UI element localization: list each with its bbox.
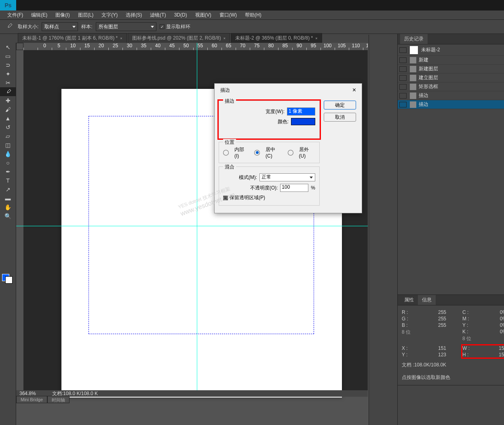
wand-tool[interactable]: ✦: [0, 69, 16, 78]
menu-image[interactable]: 图像(I): [52, 11, 73, 19]
color-swatch[interactable]: [291, 118, 315, 125]
hand-tool[interactable]: ✋: [0, 203, 16, 212]
properties-tab[interactable]: 属性: [400, 295, 418, 305]
doc-size-info: 文档 :108.0K/108.0K: [402, 362, 500, 368]
document-tab-1[interactable]: 未标题-1 @ 1760% (图层 1 副本 6, RGB/8) *×: [18, 33, 127, 43]
color-label: 颜色:: [278, 118, 289, 125]
snapshot-thumbnail-icon: [410, 46, 418, 54]
mini-bridge-tab[interactable]: Mini Bridge: [16, 396, 47, 403]
gradient-tool[interactable]: ◫: [0, 141, 16, 149]
opacity-input[interactable]: 100: [280, 184, 308, 192]
size-wh: W :152 H :152: [462, 345, 504, 358]
path-tool[interactable]: ↗: [0, 185, 16, 194]
background-color[interactable]: [5, 276, 13, 284]
cancel-button[interactable]: 取消: [324, 113, 356, 122]
ok-button[interactable]: 确定: [324, 101, 356, 109]
right-panels: 历史记录 未标题-2 新建 新建图层 建立图层 矩形选框 描边 描边 属性 信息…: [397, 34, 504, 425]
heal-tool[interactable]: ✚: [0, 96, 16, 105]
radio-outside-label: 居外(U): [299, 146, 316, 159]
sample-size-dropdown[interactable]: 取样点: [42, 22, 78, 31]
ruler-vertical[interactable]: [16, 50, 23, 391]
text-tool[interactable]: T: [0, 176, 16, 185]
close-button[interactable]: ×: [352, 86, 356, 94]
menu-bar: 文件(F) 编辑(E) 图像(I) 图层(L) 文字(Y) 选择(S) 滤镜(T…: [0, 11, 504, 19]
eyedropper-tool[interactable]: [0, 87, 16, 96]
history-brush-tool[interactable]: ↺: [0, 123, 16, 132]
menu-filter[interactable]: 滤镜(T): [147, 11, 169, 19]
group-label: 混合: [223, 164, 236, 170]
menu-3d[interactable]: 3D(D): [171, 11, 190, 19]
menu-view[interactable]: 视图(V): [192, 11, 215, 19]
close-icon[interactable]: ×: [224, 36, 226, 40]
radio-center-label: 居中(C): [266, 146, 282, 159]
menu-window[interactable]: 窗口(W): [216, 11, 240, 19]
blending-group: 混合 模式(M): 正常 不透明度(O): 100 % 保留透明区域(P): [219, 166, 320, 206]
position-xy: X :151 Y :123: [402, 345, 446, 358]
menu-edit[interactable]: 编辑(E): [28, 11, 51, 19]
footer-tabs: Mini Bridge 时间轴: [16, 396, 70, 403]
dialog-title-label: 描边: [220, 87, 230, 94]
close-icon[interactable]: ×: [315, 36, 317, 40]
width-label: 宽度(W):: [266, 108, 285, 115]
color-swatches[interactable]: [2, 274, 13, 284]
stamp-tool[interactable]: ▲: [0, 114, 16, 123]
show-sampling-ring-checkbox[interactable]: ✓ 显示取样环: [160, 23, 190, 30]
crop-tool[interactable]: ✂: [0, 78, 16, 87]
zoom-field[interactable]: 364.8%: [19, 391, 36, 396]
menu-file[interactable]: 文件(F): [4, 11, 26, 19]
history-step[interactable]: 矩形选框: [398, 82, 504, 91]
sample-dropdown[interactable]: 所有图层: [96, 22, 156, 31]
options-bar: 取样大小: 取样点 样本: 所有图层 ✓ 显示取样环: [0, 19, 504, 34]
preserve-checkbox[interactable]: [223, 196, 228, 200]
zoom-tool[interactable]: 🔍: [0, 212, 16, 221]
history-step[interactable]: 建立图层: [398, 74, 504, 82]
collapsed-panel-strip[interactable]: [369, 35, 397, 425]
history-source-icon[interactable]: [399, 47, 407, 53]
history-doc-label: 未标题-2: [421, 46, 440, 53]
history-step[interactable]: 新建图层: [398, 65, 504, 74]
history-step[interactable]: 新建: [398, 56, 504, 65]
menu-text[interactable]: 文字(Y): [98, 11, 121, 19]
history-tab[interactable]: 历史记录: [400, 34, 428, 44]
marquee-tool[interactable]: ▭: [0, 52, 16, 61]
pen-tool[interactable]: ✒: [0, 167, 16, 176]
group-label: 位置: [223, 139, 236, 146]
timeline-tab[interactable]: 时间轴: [47, 396, 70, 403]
ruler-corner: [16, 43, 23, 50]
document-tab-2[interactable]: 图标参考线.psd @ 202% (图层 2, RGB/8)×: [128, 33, 230, 43]
blur-tool[interactable]: 💧: [0, 149, 16, 158]
position-group: 位置 内部(I) 居中(C) 居外(U): [219, 142, 320, 163]
eyedropper-icon[interactable]: [4, 21, 15, 32]
lasso-tool[interactable]: ⊃: [0, 61, 16, 69]
radio-center[interactable]: [254, 150, 260, 156]
menu-layer[interactable]: 图层(L): [75, 11, 97, 19]
stroke-group: 描边 宽度(W): 1 像素 颜色:: [219, 101, 320, 139]
cmyk-values: C :0% M :0% Y :0% K :0% 8 位: [462, 309, 504, 342]
radio-inside[interactable]: [223, 150, 229, 156]
preserve-label: 保留透明区域(P): [230, 194, 265, 201]
history-step-active[interactable]: 描边: [398, 100, 504, 109]
mode-label: 模式(M):: [239, 174, 257, 181]
brush-tool[interactable]: 🖌: [0, 105, 16, 114]
radio-outside[interactable]: [288, 150, 293, 156]
width-input[interactable]: 1 像素: [287, 107, 315, 116]
close-icon[interactable]: ×: [120, 36, 122, 40]
info-tab[interactable]: 信息: [418, 295, 436, 305]
ruler-horizontal[interactable]: 0510152025303540455055606570758085909510…: [23, 43, 368, 50]
shape-tool[interactable]: ▬: [0, 194, 16, 203]
move-tool[interactable]: ↖: [0, 43, 16, 52]
rgb-values: R :255 G :255 B :255 8 位: [402, 309, 446, 342]
opacity-label: 不透明度(O):: [250, 185, 278, 191]
eraser-tool[interactable]: ▱: [0, 132, 16, 141]
opacity-unit: %: [311, 185, 315, 191]
document-tab-3[interactable]: 未标题-2 @ 365% (图层 0, RGB/8) *×: [231, 33, 322, 43]
dodge-tool[interactable]: ○: [0, 158, 16, 167]
history-step[interactable]: 描边: [398, 91, 504, 100]
show-ring-label: 显示取样环: [166, 23, 190, 30]
radio-inside-label: 内部(I): [234, 146, 249, 159]
menu-help[interactable]: 帮助(H): [242, 11, 265, 19]
stroke-dialog: 描边 × 描边 宽度(W): 1 像素 颜色: 位置 内部(I) 居中(C): [214, 83, 362, 213]
menu-select[interactable]: 选择(S): [122, 11, 145, 19]
history-snapshot[interactable]: 未标题-2: [398, 44, 504, 56]
mode-select[interactable]: 正常: [259, 173, 315, 181]
